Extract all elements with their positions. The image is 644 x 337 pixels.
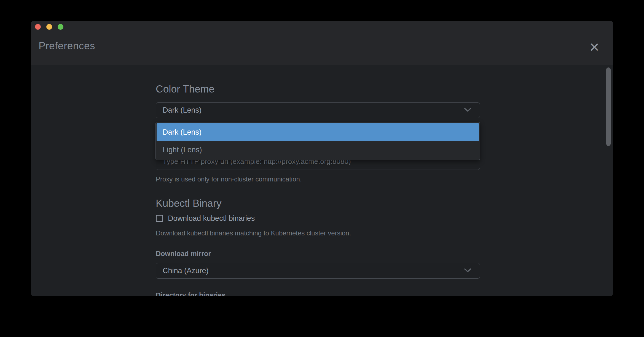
color-theme-dropdown-menu: Dark (Lens) Light (Lens) <box>155 122 480 160</box>
screen-background: Preferences ✕ Color Theme Dark (Lens) Da… <box>0 0 644 337</box>
window-controls <box>35 24 63 30</box>
preferences-window: Preferences ✕ Color Theme Dark (Lens) Da… <box>31 21 613 296</box>
dropdown-option-light-lens[interactable]: Light (Lens) <box>157 141 479 159</box>
checkbox-unchecked-icon[interactable] <box>156 215 163 222</box>
download-mirror-label: Download mirror <box>156 250 211 258</box>
dropdown-option-dark-lens[interactable]: Dark (Lens) <box>157 123 479 141</box>
color-theme-heading: Color Theme <box>156 83 214 95</box>
zoom-traffic-light-button[interactable] <box>58 24 63 30</box>
download-kubectl-checkbox-label: Download kubectl binaries <box>168 214 255 223</box>
minimize-traffic-light-button[interactable] <box>46 24 52 30</box>
chevron-down-icon <box>464 268 471 274</box>
kubectl-help-text: Download kubectl binaries matching to Ku… <box>156 229 351 237</box>
color-theme-select-value: Dark (Lens) <box>163 106 464 115</box>
page-title: Preferences <box>39 40 95 52</box>
chevron-down-icon <box>464 108 471 113</box>
color-theme-select[interactable]: Dark (Lens) <box>156 102 480 118</box>
scrollbar-thumb[interactable] <box>606 67 611 146</box>
download-mirror-select[interactable]: China (Azure) <box>156 263 480 279</box>
titlebar: Preferences ✕ <box>31 21 613 65</box>
download-kubectl-checkbox-row[interactable]: Download kubectl binaries <box>156 214 255 223</box>
close-button[interactable]: ✕ <box>586 39 603 56</box>
proxy-help-text: Proxy is used only for non-cluster commu… <box>156 175 302 183</box>
close-traffic-light-button[interactable] <box>35 24 41 30</box>
close-icon: ✕ <box>589 40 600 55</box>
directory-for-binaries-label: Directory for binaries <box>156 291 226 296</box>
kubectl-binary-heading: Kubectl Binary <box>156 198 222 209</box>
download-mirror-select-value: China (Azure) <box>163 267 464 275</box>
